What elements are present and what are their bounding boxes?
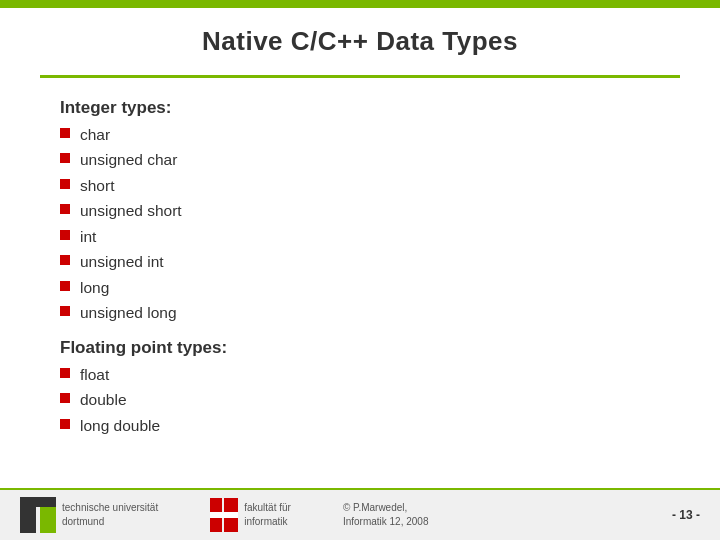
svg-rect-2 [40, 507, 56, 533]
list-item-text: short [80, 175, 114, 197]
float-types-list: float double long double [60, 364, 660, 440]
list-item: unsigned char [60, 149, 660, 171]
list-item-text: double [80, 389, 127, 411]
bullet-icon [60, 306, 70, 316]
tu-line1: technische universität [62, 501, 158, 515]
bullet-icon [60, 179, 70, 189]
float-types-heading: Floating point types: [60, 338, 660, 358]
list-item: double [60, 389, 660, 411]
content-area: Integer types: char unsigned char short … [0, 78, 720, 488]
list-item-text: long double [80, 415, 160, 437]
list-item: short [60, 175, 660, 197]
list-item-text: long [80, 277, 109, 299]
list-item-text: float [80, 364, 109, 386]
list-item: unsigned long [60, 302, 660, 324]
bullet-icon [60, 230, 70, 240]
integer-types-heading: Integer types: [60, 98, 660, 118]
list-item: float [60, 364, 660, 386]
slide: Native C/C++ Data Types Integer types: c… [0, 0, 720, 540]
bullet-icon [60, 255, 70, 265]
bullet-icon [60, 128, 70, 138]
bullet-icon [60, 281, 70, 291]
tu-logo: technische universität dortmund [20, 497, 182, 533]
title-area: Native C/C++ Data Types [0, 8, 720, 67]
list-item-text: unsigned short [80, 200, 182, 222]
bullet-icon [60, 204, 70, 214]
list-item-text: char [80, 124, 110, 146]
tu-line2: dortmund [62, 515, 158, 529]
list-item: unsigned int [60, 251, 660, 273]
list-item-text: unsigned char [80, 149, 177, 171]
tu-logo-icon [20, 497, 56, 533]
fi-logo: fakultät für informatik [210, 498, 315, 532]
bullet-icon [60, 393, 70, 403]
footer: technische universität dortmund fakultät… [0, 488, 720, 540]
bullet-icon [60, 153, 70, 163]
bullet-icon [60, 419, 70, 429]
fi-logo-icon [210, 498, 238, 532]
list-item: char [60, 124, 660, 146]
copyright-text: © P.Marwedel, [343, 501, 429, 515]
integer-types-list: char unsigned char short unsigned short … [60, 124, 660, 328]
list-item: int [60, 226, 660, 248]
slide-title: Native C/C++ Data Types [40, 26, 680, 57]
list-item: long [60, 277, 660, 299]
copyright-block: © P.Marwedel, Informatik 12, 2008 [343, 501, 429, 529]
svg-rect-5 [210, 512, 238, 518]
top-bar [0, 0, 720, 8]
list-item-text: unsigned long [80, 302, 177, 324]
svg-rect-1 [20, 497, 56, 507]
list-item: unsigned short [60, 200, 660, 222]
tu-footer-text: technische universität dortmund [62, 501, 158, 529]
course-text: Informatik 12, 2008 [343, 515, 429, 529]
bullet-icon [60, 368, 70, 378]
list-item: long double [60, 415, 660, 437]
page-number: - 13 - [672, 508, 700, 522]
fi-footer-text: fakultät für informatik [244, 501, 291, 529]
fi-line2: informatik [244, 515, 291, 529]
list-item-text: int [80, 226, 96, 248]
fi-line1: fakultät für [244, 501, 291, 515]
list-item-text: unsigned int [80, 251, 164, 273]
